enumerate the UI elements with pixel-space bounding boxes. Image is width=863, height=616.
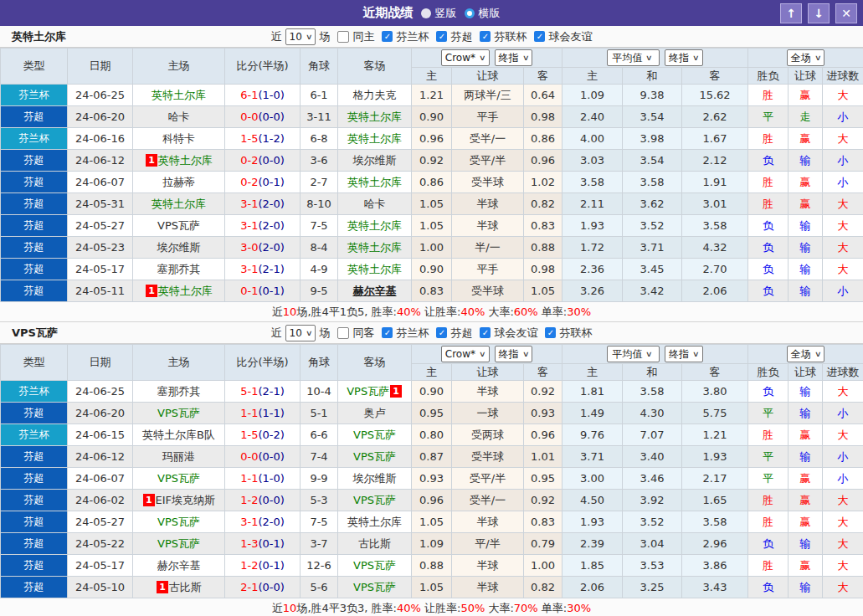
league-checkbox[interactable] xyxy=(382,327,393,338)
fulltime-score: 6-1 xyxy=(240,89,258,101)
team-name-text: 英特土尔库 xyxy=(347,516,402,528)
radio-selected-icon[interactable] xyxy=(421,8,431,18)
handicap-home-odds-cell: 0.95 xyxy=(412,403,452,424)
panel-header: 英特土尔库 近 10 场 同主 芬兰杯 芬超 芬联杯 球会友谊 xyxy=(0,26,863,48)
col-handicap-away: 客 xyxy=(524,364,562,381)
move-down-button[interactable]: ↓ xyxy=(808,3,830,23)
result-cell: 负 xyxy=(748,577,789,598)
col-away: 客场 xyxy=(338,49,412,85)
fulltime-select[interactable]: 全场 xyxy=(787,346,825,362)
rank-badge: 1 xyxy=(143,494,155,506)
halftime-score: (0-1) xyxy=(258,559,284,572)
odds-stage-select[interactable]: 终指 xyxy=(665,346,703,362)
same-away-checkbox[interactable] xyxy=(337,327,349,339)
handicap-home-odds-cell: 1.05 xyxy=(412,215,452,237)
average-select[interactable]: 平均值 xyxy=(607,346,660,362)
home-team-cell: 塞那乔其 xyxy=(133,381,225,403)
handicap-line-cell: 平手 xyxy=(452,106,524,128)
avg-home-odds-cell: 1.93 xyxy=(562,511,623,533)
col-goals-result: 进球数 xyxy=(823,68,863,85)
odds-stage-select[interactable]: 终指 xyxy=(495,346,533,362)
fulltime-select[interactable]: 全场 xyxy=(787,49,825,66)
handicap-away-odds-cell: 1.02 xyxy=(524,172,562,193)
col-handicap-result: 让球 xyxy=(789,364,823,381)
handicap-result-cell: 赢 xyxy=(789,85,823,106)
date-cell: 24-06-07 xyxy=(68,172,133,193)
league-checkbox[interactable] xyxy=(545,327,556,338)
result-cell: 胜 xyxy=(748,424,789,446)
odds-stage-select[interactable]: 终指 xyxy=(665,49,703,66)
odds-stage-select[interactable]: 终指 xyxy=(495,49,533,66)
league-checkbox[interactable] xyxy=(382,31,393,42)
radio-unselected-icon[interactable] xyxy=(465,8,475,18)
average-select[interactable]: 平均值 xyxy=(607,49,660,66)
date-cell: 24-06-12 xyxy=(68,446,133,468)
col-result: 胜负 xyxy=(748,364,789,381)
score-cell: 1-1(1-0) xyxy=(225,468,301,490)
handicap-result-cell: 赢 xyxy=(789,193,823,215)
avg-home-odds-cell: 2.39 xyxy=(562,533,623,555)
avg-home-odds-cell: 3.58 xyxy=(562,172,623,193)
home-team-cell: VPS瓦萨 xyxy=(133,468,225,490)
league-checkbox[interactable] xyxy=(480,327,491,338)
handicap-away-odds-cell: 0.93 xyxy=(524,403,562,424)
team-name-text: 奥卢 xyxy=(364,407,386,419)
avg-home-odds-cell: 3.00 xyxy=(562,468,623,490)
bookmaker-select[interactable]: Crow* xyxy=(441,346,490,362)
team-name: 英特土尔库 xyxy=(12,29,66,44)
league-checkbox[interactable] xyxy=(436,327,447,338)
score-cell: 0-2(0-0) xyxy=(225,150,301,172)
layout-radio-horizontal[interactable]: 横版 xyxy=(465,6,501,21)
team-name-text: 古比斯 xyxy=(169,581,202,593)
team-name-text: 哈卡 xyxy=(168,110,190,123)
handicap-home-odds-cell: 1.05 xyxy=(412,577,452,598)
result-cell: 胜 xyxy=(748,128,789,150)
recent-count-select[interactable]: 10 xyxy=(285,28,316,45)
date-cell: 24-06-20 xyxy=(68,106,133,128)
col-score: 比分(半场) xyxy=(225,345,301,381)
fulltime-score: 0-1 xyxy=(240,285,258,297)
league-checkbox[interactable] xyxy=(534,31,545,42)
same-home-checkbox[interactable] xyxy=(337,31,349,43)
close-button[interactable]: ✕ xyxy=(835,3,857,23)
score-cell: 1-2(0-1) xyxy=(225,555,301,577)
result-cell: 负 xyxy=(748,533,789,555)
team-name-text: 古比斯 xyxy=(358,537,391,550)
home-team-cell: 哈卡 xyxy=(133,106,225,128)
summary-text: 30% xyxy=(567,305,591,318)
handicap-away-odds-cell: 0.82 xyxy=(524,577,562,598)
halftime-score: (0-0) xyxy=(258,494,284,506)
recent-count-select[interactable]: 10 xyxy=(285,325,316,341)
rank-badge: 1 xyxy=(146,154,157,167)
col-avg-draw: 和 xyxy=(623,68,682,85)
layout-radio-vertical[interactable]: 竖版 xyxy=(421,6,457,21)
handicap-away-odds-cell: 0.64 xyxy=(524,85,562,106)
corner-cell: 3-6 xyxy=(301,150,338,172)
halftime-score: (1-0) xyxy=(258,89,284,101)
corner-cell: 4-9 xyxy=(301,259,338,280)
handicap-away-odds-cell: 0.92 xyxy=(524,490,562,511)
down-arrow-icon: ↓ xyxy=(814,7,824,20)
handicap-line-cell: 半球 xyxy=(452,381,524,403)
score-cell: 2-1(0-0) xyxy=(225,577,301,598)
league-checkbox[interactable] xyxy=(480,31,491,42)
window-title: 近期战绩 xyxy=(363,5,414,21)
league-checkbox[interactable] xyxy=(436,31,447,42)
handicap-result-cell: 输 xyxy=(789,215,823,237)
move-up-button[interactable]: ↑ xyxy=(780,3,802,23)
handicap-line-cell: 半球 xyxy=(452,511,524,533)
handicap-home-odds-cell: 0.92 xyxy=(412,150,452,172)
home-team-cell: 1EIF埃克纳斯 xyxy=(133,490,225,511)
team-name-text: 英特土尔库 xyxy=(347,219,402,232)
handicap-line-cell: 两球半/三 xyxy=(452,85,524,106)
avg-home-odds-cell: 3.71 xyxy=(562,446,623,468)
halftime-score: (0-1) xyxy=(258,176,284,188)
col-corner: 角球 xyxy=(301,345,338,381)
select-value: 全场 xyxy=(791,51,811,65)
corner-cell: 7-4 xyxy=(301,446,338,468)
date-cell: 24-06-02 xyxy=(68,490,133,511)
avg-away-odds-cell: 5.75 xyxy=(682,403,748,424)
handicap-home-odds-cell: 0.90 xyxy=(412,106,452,128)
bookmaker-select[interactable]: Crow* xyxy=(441,49,490,66)
handicap-line-cell: 受半球 xyxy=(452,446,524,468)
